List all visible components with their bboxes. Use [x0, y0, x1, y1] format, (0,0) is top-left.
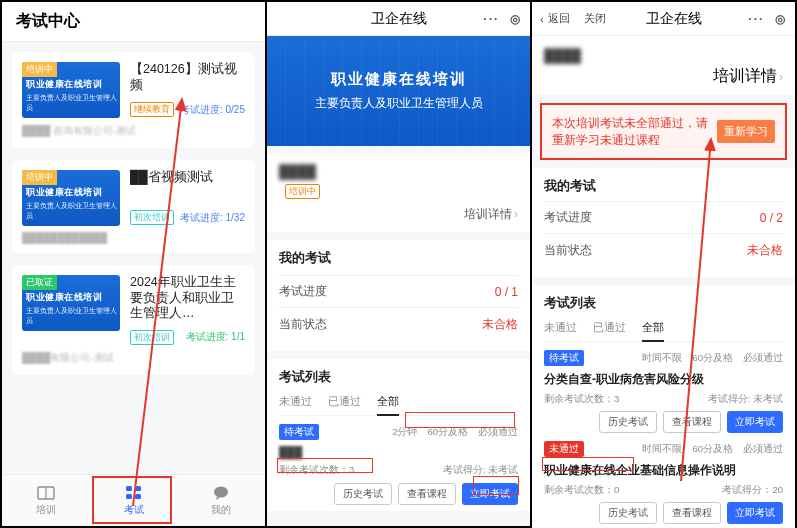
progress-row: 考试进度 0 / 1	[279, 276, 518, 307]
remain-count: 剩余考试次数：0	[544, 484, 619, 497]
remain-count: 剩余考试次数：3	[544, 393, 619, 406]
exam-card[interactable]: 已取证 职业健康在线培训主要负责人及职业卫生管理人员 2024年职业卫生主要负责…	[12, 265, 255, 375]
progress-label: 考试进度: 0/25	[180, 103, 245, 117]
section-title: 考试列表	[544, 295, 783, 312]
exam-card[interactable]: 培训中 职业健康在线培训主要负责人及职业卫生管理人员 ██省视频测试 初次培训 …	[12, 160, 255, 253]
type-tag: 继续教育	[130, 102, 174, 117]
exam-row: 未通过 时间不限 60分及格 必须通过 职业健康在线企业基础信息操作说明 剩余考…	[544, 441, 783, 524]
titlebar: 卫企在线 ··· ◎	[267, 2, 530, 36]
status-row: 当前状态 未合格	[544, 234, 783, 267]
start-exam-button[interactable]: 立即考试	[727, 411, 783, 433]
svg-rect-4	[126, 494, 132, 499]
org-name: ████	[544, 48, 581, 63]
chat-icon	[211, 485, 231, 501]
exam-name: 职业健康在线企业基础信息操作说明	[544, 462, 783, 479]
filter-tabs: 未通过 已通过 全部	[279, 386, 518, 416]
card-thumbnail: 培训中 职业健康在线培训主要负责人及职业卫生管理人员	[22, 170, 120, 226]
pane-training-detail: 卫企在线 ··· ◎ 职业健康在线培训 主要负责人及职业卫生管理人员 ████ …	[266, 1, 531, 527]
my-exam-section: 我的考试 考试进度 0 / 1 当前状态 未合格	[267, 240, 530, 351]
alert-box: 本次培训考试未全部通过，请重新学习未通过课程 重新学习	[540, 103, 787, 160]
tab-label: 培训	[36, 503, 56, 517]
section-title: 考试列表	[279, 369, 518, 386]
view-course-button[interactable]: 查看课程	[663, 502, 721, 524]
exam-list-section: 考试列表 未通过 已通过 全部 待考试 时间不限 60分及格 必须通过 分类自查…	[532, 285, 795, 528]
more-icon[interactable]: ··· ◎	[483, 12, 522, 26]
history-button[interactable]: 历史考试	[599, 502, 657, 524]
banner-title: 职业健康在线培训	[331, 70, 467, 89]
section-title: 我的考试	[279, 250, 518, 267]
tab-me[interactable]: 我的	[177, 475, 265, 526]
restudy-button[interactable]: 重新学习	[717, 120, 775, 143]
back-button[interactable]: ‹返回 关闭	[540, 11, 606, 26]
remain-count: 剩余考试次数：3	[279, 464, 354, 477]
grid-icon	[124, 485, 144, 501]
pane-exam-center: 考试中心 培训中 职业健康在线培训主要负责人及职业卫生管理人员 【240126】…	[1, 1, 266, 527]
score-label: 考试得分: 未考试	[443, 464, 518, 477]
exam-name: 分类自查-职业病危害风险分级	[544, 371, 783, 388]
view-course-button[interactable]: 查看课程	[398, 483, 456, 505]
card-title: ██省视频测试	[130, 170, 245, 202]
org-section: ████ 培训详情›	[532, 36, 795, 95]
exam-row: 待考试 2分钟 60分及格 必须通过 ███ 剩余考试次数：3 考试得分: 未考…	[279, 424, 518, 505]
status-chip: 未通过	[544, 441, 584, 457]
thumb-badge: 已取证	[22, 275, 57, 290]
tab-pass[interactable]: 已通过	[593, 320, 626, 335]
score-label: 考试得分: 未考试	[708, 393, 783, 406]
app-title: 卫企在线	[371, 10, 427, 28]
alert-text: 本次培训考试未全部通过，请重新学习未通过课程	[552, 115, 709, 148]
book-icon	[36, 485, 56, 501]
tab-fail[interactable]: 未通过	[544, 320, 577, 335]
tab-training[interactable]: 培训	[2, 475, 90, 526]
org-section: ████ 培训中 培训详情›	[267, 154, 530, 232]
thumb-badge: 培训中	[22, 62, 57, 77]
card-subtitle: ████ 咨询有限公司-测试	[22, 124, 245, 138]
type-tag: 初次培训	[130, 210, 174, 225]
start-exam-button[interactable]: 立即考试	[727, 502, 783, 524]
exam-list-section: 考试列表 未通过 已通过 全部 待考试 2分钟 60分及格 必须通过 ███ 剩…	[267, 359, 530, 511]
svg-rect-5	[135, 494, 141, 499]
score-label: 考试得分：20	[722, 484, 783, 497]
progress-label: 考试进度: 1/32	[180, 211, 245, 225]
type-tag: 初次培训	[130, 330, 174, 345]
tab-pass[interactable]: 已通过	[328, 394, 361, 409]
exam-card[interactable]: 培训中 职业健康在线培训主要负责人及职业卫生管理人员 【240126】测试视频 …	[12, 52, 255, 148]
banner: 职业健康在线培训 主要负责人及职业卫生管理人员	[267, 36, 530, 146]
section-title: 我的考试	[544, 178, 783, 195]
card-title: 【240126】测试视频	[130, 62, 245, 94]
status-badge: 培训中	[285, 184, 320, 199]
more-icon[interactable]: ··· ◎	[748, 12, 787, 26]
status-chip: 待考试	[279, 424, 319, 440]
status-chip: 待考试	[544, 350, 584, 366]
filter-tabs: 未通过 已通过 全部	[544, 312, 783, 342]
exam-row: 待考试 时间不限 60分及格 必须通过 分类自查-职业病危害风险分级 剩余考试次…	[544, 350, 783, 433]
status-row: 当前状态 未合格	[279, 308, 518, 341]
history-button[interactable]: 历史考试	[334, 483, 392, 505]
progress-label: 考试进度: 1/1	[186, 330, 245, 344]
page-title: 考试中心	[2, 2, 265, 42]
card-subtitle: ████████████	[22, 232, 245, 243]
svg-rect-2	[126, 486, 132, 491]
card-thumbnail: 已取证 职业健康在线培训主要负责人及职业卫生管理人员	[22, 275, 120, 331]
tab-label: 我的	[211, 503, 231, 517]
exam-card-list: 培训中 职业健康在线培训主要负责人及职业卫生管理人员 【240126】测试视频 …	[2, 42, 265, 482]
org-name: ████	[279, 164, 316, 179]
tab-all[interactable]: 全部	[377, 394, 399, 409]
tab-fail[interactable]: 未通过	[279, 394, 312, 409]
card-title: 2024年职业卫生主要负责人和职业卫生管理人…	[130, 275, 245, 322]
detail-link[interactable]: 培训详情›	[279, 199, 518, 222]
thumb-badge: 培训中	[22, 170, 57, 185]
tab-exam[interactable]: 考试	[90, 475, 178, 526]
my-exam-section: 我的考试 考试进度 0 / 2 当前状态 未合格	[532, 168, 795, 277]
svg-rect-3	[135, 486, 141, 491]
app-title: 卫企在线	[646, 10, 702, 28]
tab-label: 考试	[124, 503, 144, 517]
view-course-button[interactable]: 查看课程	[663, 411, 721, 433]
history-button[interactable]: 历史考试	[599, 411, 657, 433]
titlebar: ‹返回 关闭 卫企在线 ··· ◎	[532, 2, 795, 36]
progress-row: 考试进度 0 / 2	[544, 202, 783, 233]
detail-link[interactable]: 培训详情›	[544, 64, 783, 89]
tab-all[interactable]: 全部	[642, 320, 664, 335]
pane-training-detail-fail: ‹返回 关闭 卫企在线 ··· ◎ ████ 培训详情› 本次培训考试未全部通过…	[531, 1, 796, 527]
card-subtitle: ████有限公司-测试	[22, 351, 245, 365]
start-exam-button[interactable]: 立即考试	[462, 483, 518, 505]
